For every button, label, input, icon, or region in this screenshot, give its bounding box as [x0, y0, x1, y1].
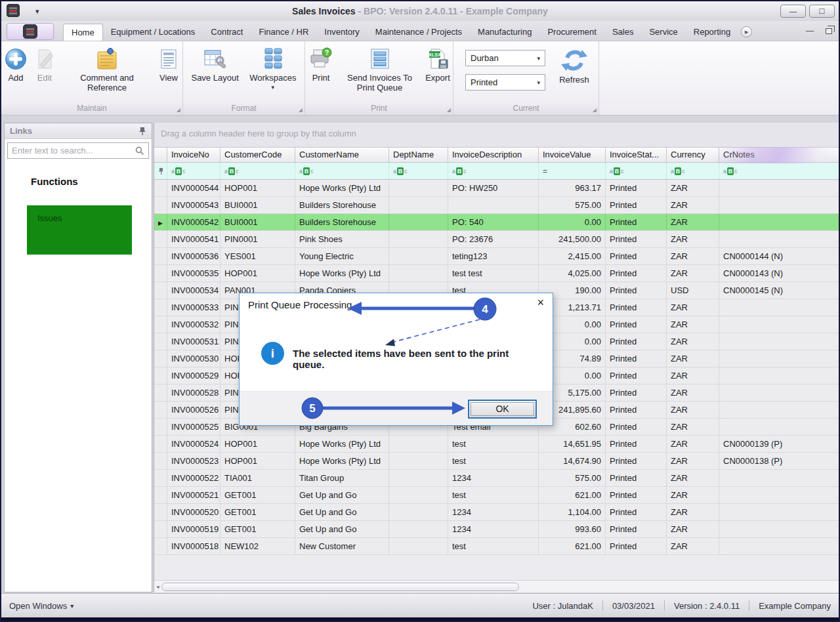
- grid-cell[interactable]: HOP001: [220, 453, 295, 469]
- grid-cell[interactable]: [154, 265, 167, 281]
- grid-cell[interactable]: GET001: [220, 521, 295, 537]
- grid-cell[interactable]: [719, 470, 839, 486]
- grid-cell[interactable]: PO: 23676: [448, 231, 539, 247]
- column-header[interactable]: InvoiceValue: [539, 148, 606, 162]
- filter-cell[interactable]: [295, 163, 389, 179]
- grid-cell[interactable]: [154, 248, 167, 264]
- scroll-left-icon[interactable]: [156, 583, 159, 590]
- grid-cell[interactable]: ZAR: [667, 419, 719, 435]
- app-menu-button[interactable]: [7, 23, 54, 40]
- tab-finance-hr[interactable]: Finance / HR: [251, 24, 316, 41]
- grid-cell[interactable]: INV0000532: [167, 316, 220, 333]
- grid-cell[interactable]: YES001: [220, 248, 295, 264]
- group-by-bar[interactable]: Drag a column header here to group by th…: [154, 123, 839, 147]
- grid-cell[interactable]: Printed: [606, 333, 667, 350]
- grid-cell[interactable]: [389, 436, 448, 452]
- grid-cell[interactable]: INV0000526: [167, 402, 220, 418]
- table-row[interactable]: INV0000522TIA001Titan Group1234575.00Pri…: [154, 470, 839, 487]
- grid-cell[interactable]: 241,500.00: [539, 231, 606, 247]
- grid-cell[interactable]: ZAR: [667, 299, 719, 316]
- grid-cell[interactable]: INV0000535: [167, 265, 220, 281]
- grid-cell[interactable]: test: [448, 538, 539, 554]
- grid-cell[interactable]: ZAR: [667, 265, 719, 281]
- grid-cell[interactable]: test: [448, 453, 539, 469]
- group-dialog-launcher-icon[interactable]: [593, 107, 597, 113]
- grid-cell[interactable]: [389, 214, 448, 230]
- export-button[interactable]: XLSX Export: [423, 45, 453, 83]
- status-dropdown[interactable]: Printed: [465, 74, 545, 91]
- grid-cell[interactable]: ZAR: [667, 316, 719, 333]
- grid-cell[interactable]: GET001: [220, 504, 295, 520]
- filter-cell[interactable]: [448, 163, 539, 179]
- grid-cell[interactable]: ZAR: [667, 384, 719, 401]
- grid-cell[interactable]: test: [448, 487, 539, 503]
- grid-cell[interactable]: [154, 538, 167, 554]
- group-dialog-launcher-icon[interactable]: [447, 107, 451, 113]
- grid-cell[interactable]: ZAR: [667, 436, 719, 452]
- ok-button[interactable]: OK: [468, 400, 537, 419]
- grid-cell[interactable]: INV0000528: [167, 384, 220, 401]
- grid-cell[interactable]: test test: [448, 265, 539, 281]
- grid-cell[interactable]: Pink Shoes: [295, 231, 389, 247]
- grid-cell[interactable]: CN0000143 (N): [719, 265, 839, 281]
- tab-reporting[interactable]: Reporting: [686, 24, 738, 41]
- grid-cell[interactable]: ZAR: [667, 248, 719, 264]
- grid-cell[interactable]: Hope Works (Pty) Ltd: [295, 265, 389, 281]
- print-button[interactable]: ? Print: [305, 45, 337, 83]
- tab-sales[interactable]: Sales: [604, 24, 642, 41]
- grid-cell[interactable]: [389, 470, 448, 486]
- grid-cell[interactable]: [154, 350, 167, 367]
- grid-cell[interactable]: USD: [667, 282, 719, 299]
- grid-cell[interactable]: [389, 231, 448, 247]
- grid-cell[interactable]: ZAR: [667, 231, 719, 247]
- pin-icon[interactable]: [138, 127, 146, 136]
- grid-cell[interactable]: [154, 419, 167, 435]
- send-invoices-to-print-queue-button[interactable]: Send Invoices To Print Queue: [337, 45, 423, 93]
- grid-cell[interactable]: Titan Group: [295, 470, 389, 486]
- table-row[interactable]: INV0000521GET001Get Up and Gotest621.00P…: [154, 487, 839, 504]
- grid-cell[interactable]: INV0000523: [167, 453, 220, 469]
- tab-procurement[interactable]: Procurement: [539, 24, 604, 41]
- table-row[interactable]: INV0000518NEW102New Customertest621.00Pr…: [154, 538, 839, 555]
- grid-cell[interactable]: [719, 504, 839, 520]
- grid-cell[interactable]: [719, 180, 839, 196]
- grid-cell[interactable]: CN0000139 (P): [719, 436, 839, 452]
- filter-cell[interactable]: [389, 163, 448, 179]
- grid-cell[interactable]: Get Up and Go: [295, 504, 389, 520]
- tab-overflow-icon[interactable]: [741, 26, 752, 37]
- grid-cell[interactable]: INV0000519: [167, 521, 220, 537]
- grid-cell[interactable]: Printed: [606, 384, 667, 401]
- grid-cell[interactable]: HOP001: [220, 436, 295, 452]
- grid-cell[interactable]: 621.00: [539, 487, 606, 503]
- group-dialog-launcher-icon[interactable]: [299, 107, 303, 113]
- table-row[interactable]: INV0000523HOP001Hope Works (Pty) Ltdtest…: [154, 453, 839, 470]
- grid-cell[interactable]: Young Electric: [295, 248, 389, 264]
- grid-cell[interactable]: HOP001: [220, 265, 295, 281]
- grid-cell[interactable]: ZAR: [667, 197, 719, 213]
- scrollbar-thumb[interactable]: [161, 583, 519, 591]
- grid-cell[interactable]: INV0000525: [167, 419, 220, 435]
- add-button[interactable]: Add: [1, 45, 30, 83]
- site-dropdown[interactable]: Durban: [465, 50, 545, 66]
- grid-cell[interactable]: INV0000529: [167, 367, 220, 384]
- grid-cell[interactable]: Printed: [606, 367, 667, 384]
- grid-cell[interactable]: Printed: [606, 180, 667, 196]
- grid-cell[interactable]: Printed: [606, 453, 667, 469]
- grid-cell[interactable]: CN0000138 (P): [719, 453, 839, 469]
- grid-cell[interactable]: [389, 197, 448, 213]
- grid-cell[interactable]: [154, 214, 167, 230]
- grid-cell[interactable]: Printed: [606, 504, 667, 520]
- grid-cell[interactable]: [719, 521, 839, 537]
- grid-cell[interactable]: Printed: [606, 521, 667, 537]
- filter-cell[interactable]: [220, 163, 295, 179]
- table-row[interactable]: INV0000544HOP001Hope Works (Pty) LtdPO: …: [154, 180, 839, 197]
- grid-cell[interactable]: [154, 504, 167, 520]
- grid-cell[interactable]: INV0000543: [167, 197, 220, 213]
- close-icon[interactable]: [537, 296, 544, 310]
- grid-cell[interactable]: Get Up and Go: [295, 521, 389, 537]
- grid-cell[interactable]: [389, 538, 448, 554]
- grid-cell[interactable]: [719, 402, 839, 418]
- grid-cell[interactable]: INV0000522: [167, 470, 220, 486]
- grid-cell[interactable]: [154, 487, 167, 503]
- column-header[interactable]: Currency: [667, 148, 719, 162]
